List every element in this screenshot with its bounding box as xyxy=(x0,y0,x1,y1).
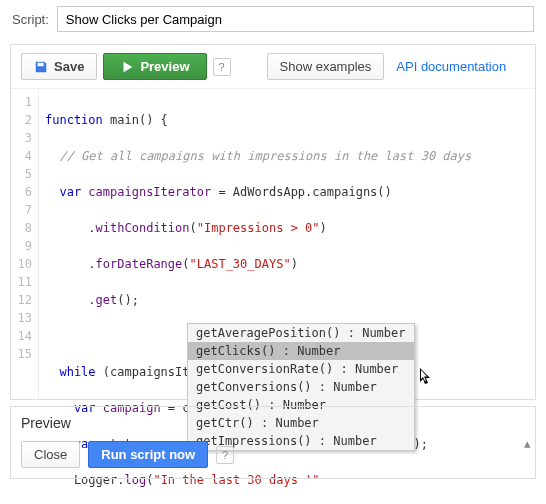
preview-title: Preview xyxy=(11,407,535,437)
line-number: 3 xyxy=(15,129,32,147)
save-icon xyxy=(34,60,48,74)
line-number: 13 xyxy=(15,309,32,327)
run-label: Run script now xyxy=(101,447,195,462)
code-editor[interactable]: 1 2 3 4 5 6 7 8 9 10 11 12 13 14 15 func… xyxy=(11,89,535,399)
line-number: 8 xyxy=(15,219,32,237)
line-gutter: 1 2 3 4 5 6 7 8 9 10 11 12 13 14 15 xyxy=(11,89,39,399)
line-number: 10 xyxy=(15,255,32,273)
line-number: 14 xyxy=(15,327,32,345)
preview-panel: Preview ▴ Close Run script now ? xyxy=(10,406,536,479)
line-number: 15 xyxy=(15,345,32,363)
script-label: Script: xyxy=(12,12,49,27)
script-name-input[interactable] xyxy=(57,6,534,32)
play-icon xyxy=(120,60,134,74)
line-number: 6 xyxy=(15,183,32,201)
autocomplete-item[interactable]: getConversionRate() : Number xyxy=(188,360,414,378)
close-button[interactable]: Close xyxy=(21,441,80,468)
preview-help-icon[interactable]: ? xyxy=(213,58,231,76)
preview-label: Preview xyxy=(140,59,189,74)
line-number: 7 xyxy=(15,201,32,219)
chevron-up-icon[interactable]: ▴ xyxy=(524,435,531,450)
line-number: 9 xyxy=(15,237,32,255)
preview-button[interactable]: Preview xyxy=(103,53,206,80)
autocomplete-item-selected[interactable]: getClicks() : Number xyxy=(188,342,414,360)
autocomplete-item[interactable]: getConversions() : Number xyxy=(188,378,414,396)
line-number: 4 xyxy=(15,147,32,165)
editor-panel: Save Preview ? Show examples API documen… xyxy=(10,44,536,400)
line-number: 1 xyxy=(15,93,32,111)
line-number: 2 xyxy=(15,111,32,129)
script-name-row: Script: xyxy=(0,0,546,38)
line-number: 12 xyxy=(15,291,32,309)
api-docs-link[interactable]: API documentation xyxy=(396,59,506,74)
show-examples-label: Show examples xyxy=(280,59,372,74)
show-examples-button[interactable]: Show examples xyxy=(267,53,385,80)
save-label: Save xyxy=(54,59,84,74)
close-label: Close xyxy=(34,447,67,462)
line-number: 11 xyxy=(15,273,32,291)
run-script-button[interactable]: Run script now xyxy=(88,441,208,468)
preview-actions: Close Run script now ? xyxy=(11,437,535,478)
run-help-icon[interactable]: ? xyxy=(216,446,234,464)
autocomplete-item[interactable]: getAveragePosition() : Number xyxy=(188,324,414,342)
line-number: 5 xyxy=(15,165,32,183)
autocomplete-item-label: getClicks() : Number xyxy=(196,344,341,358)
editor-toolbar: Save Preview ? Show examples API documen… xyxy=(11,45,535,89)
save-button[interactable]: Save xyxy=(21,53,97,80)
